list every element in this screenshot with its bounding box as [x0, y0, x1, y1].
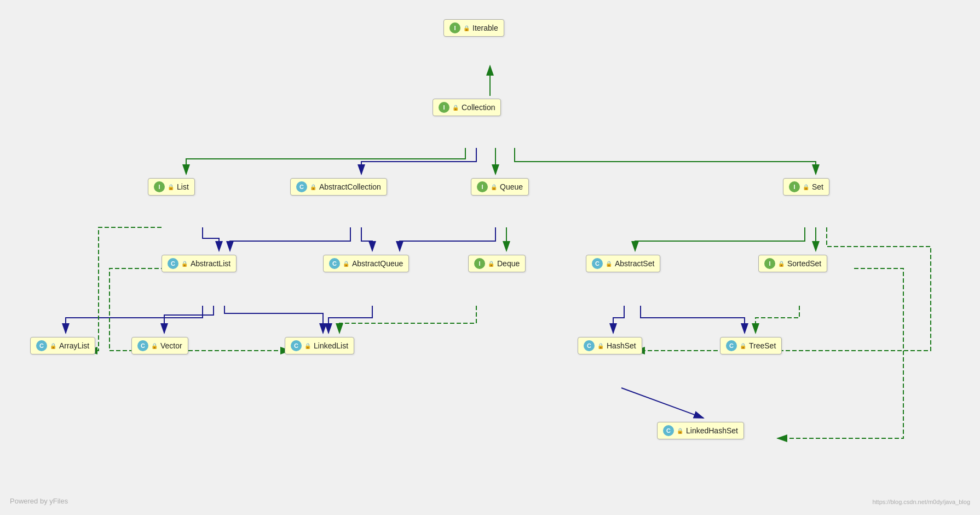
node-linkedhashset: C 🔒 LinkedHashSet: [657, 422, 744, 439]
lock-abstractset: 🔒: [606, 261, 612, 267]
lock-abstractqueue: 🔒: [343, 261, 349, 267]
lock-vector: 🔒: [151, 343, 158, 349]
node-collection: I 🔒 Collection: [433, 99, 501, 116]
node-abstractset: C 🔒 AbstractSet: [586, 255, 660, 272]
node-abstractlist: C 🔒 AbstractList: [162, 255, 237, 272]
lock-collection: 🔒: [452, 105, 459, 111]
badge-hashset: C: [584, 340, 595, 351]
node-hashset: C 🔒 HashSet: [578, 337, 642, 354]
lock-linkedhashset: 🔒: [677, 428, 683, 434]
badge-treeset: C: [726, 340, 737, 351]
badge-deque: I: [474, 258, 485, 269]
node-queue: I 🔒 Queue: [471, 178, 529, 196]
svg-line-7: [621, 388, 704, 418]
node-list: I 🔒 List: [148, 178, 195, 196]
node-abstractqueue: C 🔒 AbstractQueue: [323, 255, 409, 272]
lock-sortedset: 🔒: [778, 261, 785, 267]
lock-list: 🔒: [168, 184, 174, 190]
label-sortedset: SortedSet: [787, 259, 821, 268]
node-treeset: C 🔒 TreeSet: [720, 337, 782, 354]
badge-collection: I: [439, 102, 449, 113]
node-abstractcollection: C 🔒 AbstractCollection: [290, 178, 387, 196]
label-collection: Collection: [462, 103, 495, 112]
footer-right: https://blog.csdn.net/m0dy/java_blog: [872, 499, 970, 505]
label-linkedlist: LinkedList: [314, 341, 348, 350]
lock-linkedlist: 🔒: [304, 343, 311, 349]
lock-hashset: 🔒: [597, 343, 604, 349]
diagram-container: I 🔒 Iterable I 🔒 Collection I 🔒 List C 🔒…: [0, 0, 980, 515]
label-iterable: Iterable: [472, 24, 498, 32]
lock-iterable: 🔒: [463, 25, 470, 31]
badge-linkedhashset: C: [663, 425, 674, 436]
badge-arraylist: C: [36, 340, 47, 351]
label-queue: Queue: [500, 182, 523, 191]
label-treeset: TreeSet: [749, 341, 776, 350]
lock-arraylist: 🔒: [50, 343, 56, 349]
badge-linkedlist: C: [291, 340, 302, 351]
badge-abstractqueue: C: [329, 258, 340, 269]
badge-abstractcollection: C: [296, 181, 307, 192]
label-hashset: HashSet: [607, 341, 636, 350]
label-vector: Vector: [160, 341, 182, 350]
lock-abstractcollection: 🔒: [310, 184, 316, 190]
label-arraylist: ArrayList: [59, 341, 89, 350]
node-arraylist: C 🔒 ArrayList: [30, 337, 95, 354]
node-sortedset: I 🔒 SortedSet: [758, 255, 827, 272]
footer-left: Powered by yFiles: [10, 497, 68, 505]
label-abstractset: AbstractSet: [615, 259, 654, 268]
lock-abstractlist: 🔒: [181, 261, 188, 267]
label-deque: Deque: [497, 259, 520, 268]
badge-vector: C: [137, 340, 148, 351]
node-set: I 🔒 Set: [783, 178, 829, 196]
label-set: Set: [812, 182, 823, 191]
label-abstractlist: AbstractList: [191, 259, 230, 268]
lock-queue: 🔒: [491, 184, 497, 190]
badge-queue: I: [477, 181, 488, 192]
badge-abstractlist: C: [168, 258, 178, 269]
lock-treeset: 🔒: [740, 343, 746, 349]
lock-deque: 🔒: [488, 261, 494, 267]
label-list: List: [177, 182, 189, 191]
badge-sortedset: I: [764, 258, 775, 269]
badge-set: I: [789, 181, 800, 192]
node-deque: I 🔒 Deque: [468, 255, 526, 272]
badge-iterable: I: [449, 22, 460, 33]
label-abstractcollection: AbstractCollection: [319, 182, 381, 191]
node-linkedlist: C 🔒 LinkedList: [285, 337, 354, 354]
node-vector: C 🔒 Vector: [131, 337, 188, 354]
badge-abstractset: C: [592, 258, 603, 269]
node-iterable: I 🔒 Iterable: [443, 19, 504, 37]
lock-set: 🔒: [803, 184, 809, 190]
badge-list: I: [154, 181, 165, 192]
label-linkedhashset: LinkedHashSet: [686, 426, 738, 435]
label-abstractqueue: AbstractQueue: [352, 259, 403, 268]
